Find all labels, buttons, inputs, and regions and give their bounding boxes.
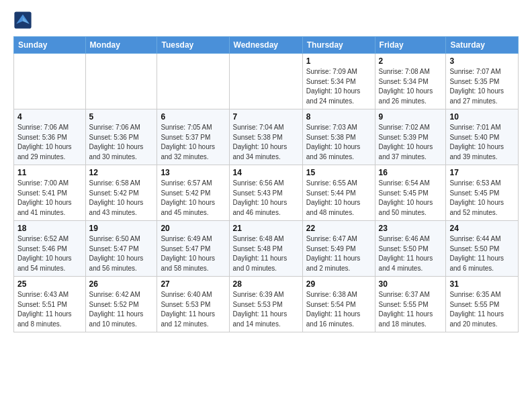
week-row-1: 1Sunrise: 7:09 AM Sunset: 5:34 PM Daylig… xyxy=(14,54,519,109)
calendar-cell xyxy=(85,54,157,109)
day-info: Sunrise: 7:07 AM Sunset: 5:35 PM Dayligh… xyxy=(449,67,515,106)
calendar-cell: 18Sunrise: 6:52 AM Sunset: 5:46 PM Dayli… xyxy=(14,221,86,277)
day-number: 11 xyxy=(17,168,82,177)
day-info: Sunrise: 6:48 AM Sunset: 5:48 PM Dayligh… xyxy=(233,234,299,273)
page: SundayMondayTuesdayWednesdayThursdayFrid… xyxy=(0,0,532,339)
day-info: Sunrise: 6:42 AM Sunset: 5:52 PM Dayligh… xyxy=(89,290,154,329)
day-info: Sunrise: 6:47 AM Sunset: 5:49 PM Dayligh… xyxy=(306,234,371,273)
calendar-cell: 5Sunrise: 7:06 AM Sunset: 5:36 PM Daylig… xyxy=(85,109,157,165)
calendar-cell: 9Sunrise: 7:02 AM Sunset: 5:39 PM Daylig… xyxy=(375,109,446,165)
day-number: 22 xyxy=(306,224,371,233)
day-info: Sunrise: 7:06 AM Sunset: 5:36 PM Dayligh… xyxy=(17,123,82,162)
calendar-cell: 16Sunrise: 6:54 AM Sunset: 5:45 PM Dayli… xyxy=(375,165,446,221)
day-info: Sunrise: 6:54 AM Sunset: 5:45 PM Dayligh… xyxy=(379,179,443,218)
calendar-cell: 22Sunrise: 6:47 AM Sunset: 5:49 PM Dayli… xyxy=(302,221,375,277)
day-info: Sunrise: 6:50 AM Sunset: 5:47 PM Dayligh… xyxy=(89,234,154,273)
day-info: Sunrise: 6:55 AM Sunset: 5:44 PM Dayligh… xyxy=(306,179,371,218)
day-number: 25 xyxy=(17,279,82,289)
day-info: Sunrise: 6:37 AM Sunset: 5:55 PM Dayligh… xyxy=(379,290,443,329)
week-row-4: 18Sunrise: 6:52 AM Sunset: 5:46 PM Dayli… xyxy=(14,221,519,277)
calendar-cell: 8Sunrise: 7:03 AM Sunset: 5:38 PM Daylig… xyxy=(302,109,375,165)
day-number: 24 xyxy=(449,224,515,233)
day-info: Sunrise: 6:39 AM Sunset: 5:53 PM Dayligh… xyxy=(233,290,299,329)
calendar-cell: 21Sunrise: 6:48 AM Sunset: 5:48 PM Dayli… xyxy=(229,221,302,277)
day-number: 2 xyxy=(379,56,443,66)
week-row-3: 11Sunrise: 7:00 AM Sunset: 5:41 PM Dayli… xyxy=(14,165,519,221)
day-info: Sunrise: 6:57 AM Sunset: 5:42 PM Dayligh… xyxy=(161,179,225,218)
header xyxy=(13,11,519,30)
day-number: 12 xyxy=(89,168,154,177)
day-number: 26 xyxy=(89,279,154,289)
day-number: 3 xyxy=(449,56,515,66)
day-number: 6 xyxy=(161,112,225,122)
weekday-tuesday: Tuesday xyxy=(157,37,229,54)
day-info: Sunrise: 7:05 AM Sunset: 5:37 PM Dayligh… xyxy=(161,123,225,162)
day-number: 27 xyxy=(161,279,225,289)
day-info: Sunrise: 7:09 AM Sunset: 5:34 PM Dayligh… xyxy=(306,67,371,106)
weekday-monday: Monday xyxy=(85,37,157,54)
calendar-cell: 24Sunrise: 6:44 AM Sunset: 5:50 PM Dayli… xyxy=(446,221,519,277)
logo-icon xyxy=(13,11,32,30)
day-info: Sunrise: 6:58 AM Sunset: 5:42 PM Dayligh… xyxy=(89,179,154,218)
day-number: 8 xyxy=(306,112,371,122)
calendar-cell: 14Sunrise: 6:56 AM Sunset: 5:43 PM Dayli… xyxy=(229,165,302,221)
day-number: 31 xyxy=(449,279,515,289)
day-number: 18 xyxy=(17,224,82,233)
calendar-cell: 13Sunrise: 6:57 AM Sunset: 5:42 PM Dayli… xyxy=(157,165,229,221)
calendar-cell: 28Sunrise: 6:39 AM Sunset: 5:53 PM Dayli… xyxy=(229,277,302,332)
weekday-thursday: Thursday xyxy=(302,37,375,54)
calendar-cell: 6Sunrise: 7:05 AM Sunset: 5:37 PM Daylig… xyxy=(157,109,229,165)
calendar-cell: 23Sunrise: 6:46 AM Sunset: 5:50 PM Dayli… xyxy=(375,221,446,277)
calendar-cell: 10Sunrise: 7:01 AM Sunset: 5:40 PM Dayli… xyxy=(446,109,519,165)
day-number: 5 xyxy=(89,112,154,122)
calendar-cell: 7Sunrise: 7:04 AM Sunset: 5:38 PM Daylig… xyxy=(229,109,302,165)
day-number: 17 xyxy=(449,168,515,177)
day-number: 13 xyxy=(161,168,225,177)
day-info: Sunrise: 7:02 AM Sunset: 5:39 PM Dayligh… xyxy=(379,123,443,162)
weekday-wednesday: Wednesday xyxy=(229,37,302,54)
week-row-2: 4Sunrise: 7:06 AM Sunset: 5:36 PM Daylig… xyxy=(14,109,519,165)
day-info: Sunrise: 7:08 AM Sunset: 5:34 PM Dayligh… xyxy=(379,67,443,106)
calendar-cell: 15Sunrise: 6:55 AM Sunset: 5:44 PM Dayli… xyxy=(302,165,375,221)
day-number: 21 xyxy=(233,224,299,233)
day-number: 23 xyxy=(379,224,443,233)
day-info: Sunrise: 6:56 AM Sunset: 5:43 PM Dayligh… xyxy=(233,179,299,218)
calendar-cell: 1Sunrise: 7:09 AM Sunset: 5:34 PM Daylig… xyxy=(302,54,375,109)
day-info: Sunrise: 6:49 AM Sunset: 5:47 PM Dayligh… xyxy=(161,234,225,273)
day-info: Sunrise: 6:35 AM Sunset: 5:55 PM Dayligh… xyxy=(449,290,515,329)
weekday-friday: Friday xyxy=(375,37,446,54)
day-info: Sunrise: 6:40 AM Sunset: 5:53 PM Dayligh… xyxy=(161,290,225,329)
calendar-cell xyxy=(157,54,229,109)
calendar-cell: 30Sunrise: 6:37 AM Sunset: 5:55 PM Dayli… xyxy=(375,277,446,332)
week-row-5: 25Sunrise: 6:43 AM Sunset: 5:51 PM Dayli… xyxy=(14,277,519,332)
day-info: Sunrise: 6:43 AM Sunset: 5:51 PM Dayligh… xyxy=(17,290,82,329)
day-number: 16 xyxy=(379,168,443,177)
calendar-cell: 12Sunrise: 6:58 AM Sunset: 5:42 PM Dayli… xyxy=(85,165,157,221)
day-info: Sunrise: 7:06 AM Sunset: 5:36 PM Dayligh… xyxy=(89,123,154,162)
day-number: 1 xyxy=(306,56,371,66)
calendar-table: SundayMondayTuesdayWednesdayThursdayFrid… xyxy=(13,36,519,332)
day-number: 29 xyxy=(306,279,371,289)
day-info: Sunrise: 6:53 AM Sunset: 5:45 PM Dayligh… xyxy=(449,179,515,218)
calendar-cell: 2Sunrise: 7:08 AM Sunset: 5:34 PM Daylig… xyxy=(375,54,446,109)
weekday-sunday: Sunday xyxy=(14,37,86,54)
calendar-cell: 26Sunrise: 6:42 AM Sunset: 5:52 PM Dayli… xyxy=(85,277,157,332)
day-number: 4 xyxy=(17,112,82,122)
calendar-cell: 11Sunrise: 7:00 AM Sunset: 5:41 PM Dayli… xyxy=(14,165,86,221)
calendar-cell: 17Sunrise: 6:53 AM Sunset: 5:45 PM Dayli… xyxy=(446,165,519,221)
day-number: 10 xyxy=(449,112,515,122)
calendar-cell: 31Sunrise: 6:35 AM Sunset: 5:55 PM Dayli… xyxy=(446,277,519,332)
day-info: Sunrise: 7:03 AM Sunset: 5:38 PM Dayligh… xyxy=(306,123,371,162)
day-info: Sunrise: 6:46 AM Sunset: 5:50 PM Dayligh… xyxy=(379,234,443,273)
day-number: 14 xyxy=(233,168,299,177)
calendar-cell xyxy=(229,54,302,109)
calendar-cell xyxy=(14,54,86,109)
day-info: Sunrise: 6:52 AM Sunset: 5:46 PM Dayligh… xyxy=(17,234,82,273)
day-info: Sunrise: 7:00 AM Sunset: 5:41 PM Dayligh… xyxy=(17,179,82,218)
calendar-cell: 27Sunrise: 6:40 AM Sunset: 5:53 PM Dayli… xyxy=(157,277,229,332)
day-number: 20 xyxy=(161,224,225,233)
day-number: 30 xyxy=(379,279,443,289)
weekday-saturday: Saturday xyxy=(446,37,519,54)
calendar-cell: 3Sunrise: 7:07 AM Sunset: 5:35 PM Daylig… xyxy=(446,54,519,109)
calendar-cell: 29Sunrise: 6:38 AM Sunset: 5:54 PM Dayli… xyxy=(302,277,375,332)
